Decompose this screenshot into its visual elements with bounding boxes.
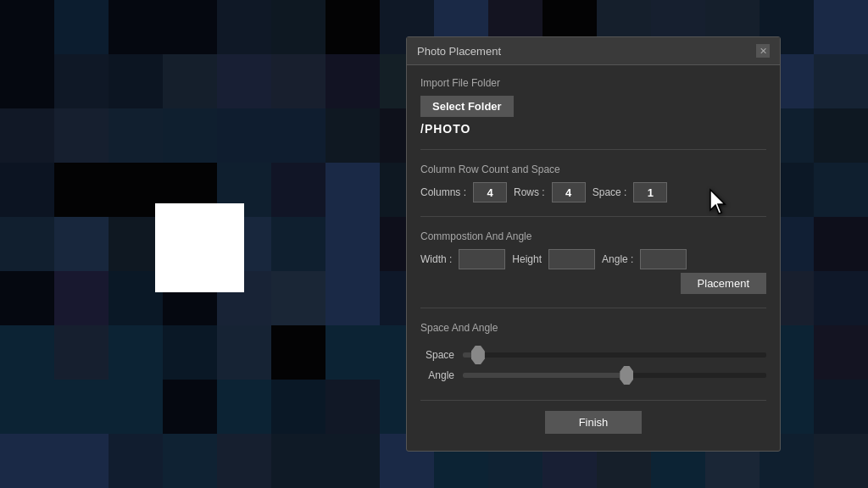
height-input[interactable] bbox=[548, 249, 595, 269]
composition-label: Commpostion And Angle bbox=[420, 230, 766, 242]
rows-input[interactable] bbox=[552, 182, 586, 202]
column-row-fields: Columns : Rows : Space : bbox=[420, 182, 766, 202]
width-input[interactable] bbox=[459, 249, 505, 269]
angle-input[interactable] bbox=[640, 249, 687, 269]
angle-slider-track[interactable] bbox=[463, 373, 766, 378]
divider-1 bbox=[420, 149, 766, 150]
angle-slider-row: Angle bbox=[420, 369, 766, 381]
dialog-close-button[interactable]: ✕ bbox=[756, 44, 770, 58]
photo-placement-dialog: Photo Placement ✕ Import File Folder Sel… bbox=[406, 36, 781, 452]
divider-2 bbox=[420, 216, 766, 217]
space-input[interactable] bbox=[633, 182, 667, 202]
rows-label: Rows : bbox=[514, 186, 545, 198]
placement-button[interactable]: Placement bbox=[681, 273, 766, 294]
space-slider-track[interactable] bbox=[463, 352, 766, 358]
space-slider-label: Space bbox=[420, 349, 454, 361]
height-label: Height bbox=[512, 253, 542, 265]
angle-slider-thumb[interactable] bbox=[620, 366, 633, 385]
column-row-section: Column Row Count and Space Columns : Row… bbox=[420, 164, 766, 202]
width-label: Width : bbox=[420, 253, 452, 265]
dialog-body: Import File Folder Select Folder /PHOTO … bbox=[407, 65, 780, 451]
import-section-label: Import File Folder bbox=[420, 77, 766, 89]
space-slider-thumb[interactable] bbox=[471, 346, 485, 364]
column-row-label: Column Row Count and Space bbox=[420, 164, 766, 175]
composition-row: Width : Height Angle : bbox=[420, 249, 766, 269]
composition-section: Commpostion And Angle Width : Height Ang… bbox=[420, 230, 766, 294]
folder-path: /PHOTO bbox=[420, 122, 766, 136]
select-folder-button[interactable]: Select Folder bbox=[420, 96, 514, 117]
space-label: Space : bbox=[593, 186, 627, 198]
import-section: Import File Folder Select Folder /PHOTO bbox=[420, 77, 766, 136]
space-slider-row: Space bbox=[420, 349, 766, 361]
angle-slider-label: Angle bbox=[420, 369, 454, 381]
columns-label: Columns : bbox=[420, 186, 466, 198]
finish-button[interactable]: Finish bbox=[545, 411, 643, 434]
space-angle-label: Space And Angle bbox=[420, 322, 766, 334]
dialog-titlebar: Photo Placement ✕ bbox=[407, 37, 780, 65]
columns-input[interactable] bbox=[473, 182, 507, 202]
dialog-title: Photo Placement bbox=[417, 45, 501, 58]
preview-square bbox=[155, 203, 244, 292]
placement-row: Placement bbox=[420, 273, 766, 294]
space-angle-section: Space And Angle Space Angle bbox=[420, 322, 766, 381]
angle-slider-fill bbox=[463, 373, 626, 378]
angle-label: Angle : bbox=[602, 253, 633, 265]
finish-row: Finish bbox=[420, 400, 766, 439]
divider-3 bbox=[420, 308, 766, 308]
